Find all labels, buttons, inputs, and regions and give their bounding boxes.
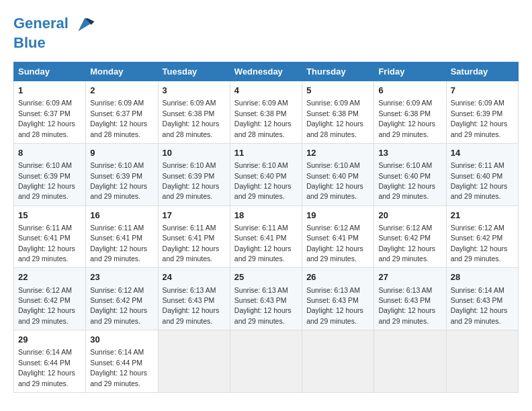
calendar-cell: 25Sunrise: 6:13 AMSunset: 6:43 PMDayligh… bbox=[230, 268, 302, 330]
calendar-cell bbox=[302, 330, 374, 393]
cell-info: Sunrise: 6:10 AMSunset: 6:39 PMDaylight:… bbox=[90, 161, 147, 200]
page-header: General Blue bbox=[13, 13, 519, 51]
day-number: 14 bbox=[451, 147, 514, 159]
calendar-cell: 24Sunrise: 6:13 AMSunset: 6:43 PMDayligh… bbox=[158, 268, 230, 330]
cell-info: Sunrise: 6:12 AMSunset: 6:42 PMDaylight:… bbox=[378, 224, 435, 263]
week-row-1: 1Sunrise: 6:09 AMSunset: 6:37 PMDaylight… bbox=[14, 81, 519, 144]
calendar-cell: 9Sunrise: 6:10 AMSunset: 6:39 PMDaylight… bbox=[86, 143, 158, 205]
cell-info: Sunrise: 6:12 AMSunset: 6:41 PMDaylight:… bbox=[306, 224, 363, 263]
day-number: 5 bbox=[306, 85, 369, 97]
day-number: 11 bbox=[234, 147, 298, 159]
header-row: SundayMondayTuesdayWednesdayThursdayFrid… bbox=[14, 62, 519, 81]
day-number: 26 bbox=[306, 271, 369, 283]
calendar-cell: 12Sunrise: 6:10 AMSunset: 6:40 PMDayligh… bbox=[302, 143, 374, 205]
day-number: 10 bbox=[163, 147, 226, 159]
calendar-header: SundayMondayTuesdayWednesdayThursdayFrid… bbox=[14, 62, 519, 81]
calendar-cell bbox=[374, 330, 446, 393]
day-number: 6 bbox=[378, 85, 441, 97]
cell-info: Sunrise: 6:13 AMSunset: 6:43 PMDaylight:… bbox=[306, 286, 363, 325]
calendar-cell: 19Sunrise: 6:12 AMSunset: 6:41 PMDayligh… bbox=[302, 205, 374, 268]
logo-blue-text: Blue bbox=[13, 35, 95, 51]
calendar-cell bbox=[230, 330, 302, 393]
cell-info: Sunrise: 6:14 AMSunset: 6:43 PMDaylight:… bbox=[451, 286, 508, 325]
calendar-cell: 6Sunrise: 6:09 AMSunset: 6:38 PMDaylight… bbox=[374, 81, 446, 144]
day-number: 3 bbox=[163, 85, 226, 97]
day-number: 2 bbox=[90, 85, 153, 97]
cell-info: Sunrise: 6:09 AMSunset: 6:37 PMDaylight:… bbox=[90, 99, 147, 138]
calendar-cell: 10Sunrise: 6:10 AMSunset: 6:39 PMDayligh… bbox=[158, 143, 230, 205]
calendar-table: SundayMondayTuesdayWednesdayThursdayFrid… bbox=[13, 62, 519, 393]
cell-info: Sunrise: 6:10 AMSunset: 6:39 PMDaylight:… bbox=[18, 161, 75, 200]
day-number: 9 bbox=[90, 147, 153, 159]
calendar-cell: 20Sunrise: 6:12 AMSunset: 6:42 PMDayligh… bbox=[374, 205, 446, 268]
day-number: 21 bbox=[451, 210, 514, 222]
calendar-cell: 28Sunrise: 6:14 AMSunset: 6:43 PMDayligh… bbox=[446, 268, 518, 330]
calendar-cell: 18Sunrise: 6:11 AMSunset: 6:41 PMDayligh… bbox=[230, 205, 302, 268]
cell-info: Sunrise: 6:10 AMSunset: 6:39 PMDaylight:… bbox=[163, 161, 220, 200]
calendar-cell: 1Sunrise: 6:09 AMSunset: 6:37 PMDaylight… bbox=[14, 81, 86, 144]
calendar-cell: 30Sunrise: 6:14 AMSunset: 6:44 PMDayligh… bbox=[86, 330, 158, 393]
cell-info: Sunrise: 6:11 AMSunset: 6:41 PMDaylight:… bbox=[163, 224, 220, 263]
day-number: 27 bbox=[378, 271, 441, 283]
week-row-2: 8Sunrise: 6:10 AMSunset: 6:39 PMDaylight… bbox=[14, 143, 519, 205]
cell-info: Sunrise: 6:09 AMSunset: 6:37 PMDaylight:… bbox=[18, 99, 75, 138]
calendar-cell bbox=[158, 330, 230, 393]
cell-info: Sunrise: 6:09 AMSunset: 6:38 PMDaylight:… bbox=[163, 99, 220, 138]
header-cell-friday: Friday bbox=[374, 62, 446, 81]
logo-text: General bbox=[13, 13, 95, 35]
day-number: 20 bbox=[378, 210, 441, 222]
day-number: 19 bbox=[306, 210, 369, 222]
calendar-cell: 11Sunrise: 6:10 AMSunset: 6:40 PMDayligh… bbox=[230, 143, 302, 205]
day-number: 8 bbox=[18, 147, 81, 159]
cell-info: Sunrise: 6:12 AMSunset: 6:42 PMDaylight:… bbox=[451, 224, 508, 263]
day-number: 13 bbox=[378, 147, 441, 159]
cell-info: Sunrise: 6:09 AMSunset: 6:38 PMDaylight:… bbox=[378, 99, 435, 138]
day-number: 12 bbox=[306, 147, 369, 159]
day-number: 16 bbox=[90, 210, 153, 222]
day-number: 24 bbox=[163, 271, 226, 283]
week-row-4: 22Sunrise: 6:12 AMSunset: 6:42 PMDayligh… bbox=[14, 268, 519, 330]
day-number: 29 bbox=[18, 334, 81, 346]
cell-info: Sunrise: 6:11 AMSunset: 6:41 PMDaylight:… bbox=[234, 224, 292, 263]
calendar-cell: 23Sunrise: 6:12 AMSunset: 6:42 PMDayligh… bbox=[86, 268, 158, 330]
cell-info: Sunrise: 6:09 AMSunset: 6:38 PMDaylight:… bbox=[234, 99, 292, 138]
calendar-cell bbox=[446, 330, 518, 393]
day-number: 28 bbox=[451, 271, 514, 283]
header-cell-thursday: Thursday bbox=[302, 62, 374, 81]
day-number: 22 bbox=[18, 271, 81, 283]
day-number: 23 bbox=[90, 271, 153, 283]
cell-info: Sunrise: 6:11 AMSunset: 6:41 PMDaylight:… bbox=[18, 224, 75, 263]
calendar-body: 1Sunrise: 6:09 AMSunset: 6:37 PMDaylight… bbox=[14, 81, 519, 393]
cell-info: Sunrise: 6:13 AMSunset: 6:43 PMDaylight:… bbox=[378, 286, 435, 325]
cell-info: Sunrise: 6:10 AMSunset: 6:40 PMDaylight:… bbox=[306, 161, 363, 200]
logo: General Blue bbox=[13, 13, 95, 51]
calendar-cell: 22Sunrise: 6:12 AMSunset: 6:42 PMDayligh… bbox=[14, 268, 86, 330]
header-cell-saturday: Saturday bbox=[446, 62, 518, 81]
calendar-cell: 2Sunrise: 6:09 AMSunset: 6:37 PMDaylight… bbox=[86, 81, 158, 144]
day-number: 7 bbox=[451, 85, 514, 97]
cell-info: Sunrise: 6:12 AMSunset: 6:42 PMDaylight:… bbox=[18, 286, 75, 325]
calendar-cell: 3Sunrise: 6:09 AMSunset: 6:38 PMDaylight… bbox=[158, 81, 230, 144]
week-row-5: 29Sunrise: 6:14 AMSunset: 6:44 PMDayligh… bbox=[14, 330, 519, 393]
cell-info: Sunrise: 6:10 AMSunset: 6:40 PMDaylight:… bbox=[378, 161, 435, 200]
header-cell-tuesday: Tuesday bbox=[158, 62, 230, 81]
header-cell-monday: Monday bbox=[86, 62, 158, 81]
cell-info: Sunrise: 6:11 AMSunset: 6:40 PMDaylight:… bbox=[451, 161, 508, 200]
day-number: 17 bbox=[163, 210, 226, 222]
calendar-cell: 15Sunrise: 6:11 AMSunset: 6:41 PMDayligh… bbox=[14, 205, 86, 268]
cell-info: Sunrise: 6:09 AMSunset: 6:38 PMDaylight:… bbox=[306, 99, 363, 138]
calendar-cell: 13Sunrise: 6:10 AMSunset: 6:40 PMDayligh… bbox=[374, 143, 446, 205]
svg-marker-0 bbox=[78, 18, 94, 31]
day-number: 4 bbox=[234, 85, 298, 97]
cell-info: Sunrise: 6:13 AMSunset: 6:43 PMDaylight:… bbox=[163, 286, 220, 325]
calendar-cell: 7Sunrise: 6:09 AMSunset: 6:39 PMDaylight… bbox=[446, 81, 518, 144]
calendar-cell: 5Sunrise: 6:09 AMSunset: 6:38 PMDaylight… bbox=[302, 81, 374, 144]
calendar-cell: 4Sunrise: 6:09 AMSunset: 6:38 PMDaylight… bbox=[230, 81, 302, 144]
calendar-cell: 29Sunrise: 6:14 AMSunset: 6:44 PMDayligh… bbox=[14, 330, 86, 393]
cell-info: Sunrise: 6:14 AMSunset: 6:44 PMDaylight:… bbox=[18, 348, 75, 387]
cell-info: Sunrise: 6:13 AMSunset: 6:43 PMDaylight:… bbox=[234, 286, 292, 325]
cell-info: Sunrise: 6:11 AMSunset: 6:41 PMDaylight:… bbox=[90, 224, 147, 263]
cell-info: Sunrise: 6:10 AMSunset: 6:40 PMDaylight:… bbox=[234, 161, 292, 200]
calendar-cell: 17Sunrise: 6:11 AMSunset: 6:41 PMDayligh… bbox=[158, 205, 230, 268]
calendar-cell: 14Sunrise: 6:11 AMSunset: 6:40 PMDayligh… bbox=[446, 143, 518, 205]
